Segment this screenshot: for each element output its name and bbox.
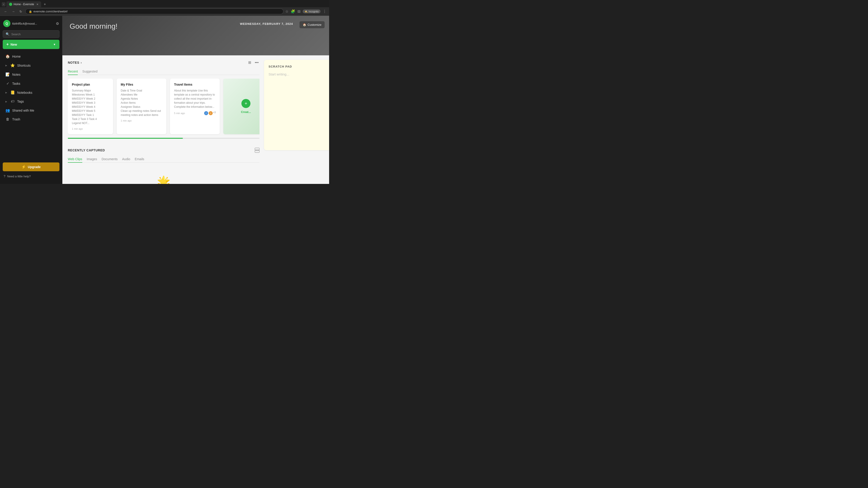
date-display: WEDNESDAY, FEBRUARY 7, 2024 xyxy=(240,22,293,26)
scratch-pad-title: SCRATCH PAD xyxy=(269,65,292,68)
sidebar-item-shared[interactable]: 👥 Shared with Me xyxy=(2,106,60,115)
tab-prev-button[interactable]: ‹ xyxy=(2,2,5,6)
incognito-badge: 🕵 Incognito xyxy=(303,9,320,13)
extensions-icon[interactable]: 🧩 xyxy=(291,9,295,13)
new-button[interactable]: + New ▼ xyxy=(3,40,59,49)
create-label: Creat... xyxy=(241,110,251,113)
bookmark-icon[interactable]: ☆ xyxy=(285,9,288,13)
sidebar-item-label: Notebooks xyxy=(17,91,32,94)
menu-icon[interactable]: ⋮ xyxy=(323,9,327,13)
back-button[interactable]: ← xyxy=(3,9,8,14)
tab-audio[interactable]: Audio xyxy=(122,156,130,163)
notes-section: NOTES › ⊞ ••• Recent Suggested xyxy=(68,60,259,139)
recently-captured-section: RECENTLY CAPTURED ••• Web Clips Images D… xyxy=(68,148,259,184)
scratch-pad-section: SCRATCH PAD ••• Start writing... xyxy=(264,60,329,180)
notebooks-icon: 📒 xyxy=(10,90,15,95)
note-time: 5 min ago xyxy=(174,112,185,115)
notes-actions: ⊞ ••• xyxy=(247,60,259,65)
tab-web-clips[interactable]: Web Clips xyxy=(68,156,82,163)
sidebar-item-home[interactable]: 🏠 Home xyxy=(2,52,60,61)
active-tab[interactable]: Home - Evernote ✕ xyxy=(6,1,41,7)
upgrade-button[interactable]: ⚡ Upgrade xyxy=(3,162,59,171)
sidebar-item-notes[interactable]: 📝 Notes xyxy=(2,70,60,79)
notes-layout-button[interactable]: ⊞ xyxy=(247,60,252,65)
tasks-icon: ✓ xyxy=(5,81,10,86)
captured-menu-button[interactable]: ••• xyxy=(255,148,259,153)
chevron-down-icon: ▼ xyxy=(53,43,56,46)
notes-tabs: Recent Suggested xyxy=(68,68,259,75)
notes-title-text: NOTES xyxy=(68,61,79,64)
tab-close-button[interactable]: ✕ xyxy=(36,3,38,6)
tab-documents[interactable]: Documents xyxy=(101,156,118,163)
navigation-bar: ← → ↻ 🔒 evernote.com/client/web#/ ☆ 🧩 ⊟ … xyxy=(0,7,329,16)
notes-scrollbar[interactable] xyxy=(68,138,259,139)
sidebar: Q 6d44f5c4@mood... ⚙ 🔍 Search + New ▼ 🏠 … xyxy=(0,16,62,184)
tab-recent[interactable]: Recent xyxy=(68,68,78,75)
sidebar-item-trash[interactable]: 🗑 Trash xyxy=(2,115,60,124)
scratch-pad-header: SCRATCH PAD ••• xyxy=(269,64,329,69)
home-icon: 🏠 xyxy=(5,54,10,59)
greeting-text: Good morning! xyxy=(70,22,118,31)
nav-right-actions: ☆ 🧩 ⊟ 🕵 Incognito ⋮ xyxy=(285,9,327,13)
notes-more-button[interactable]: ••• xyxy=(254,60,259,65)
forward-button[interactable]: → xyxy=(10,9,16,14)
help-icon: ? xyxy=(4,174,5,178)
note-card[interactable]: Travel Items About this template Use thi… xyxy=(170,78,220,134)
note-card[interactable]: My Files Date & Time GoalAttendees MeAge… xyxy=(117,78,166,134)
address-bar[interactable]: 🔒 evernote.com/client/web#/ xyxy=(25,8,283,14)
main-content: Good morning! WEDNESDAY, FEBRUARY 7, 202… xyxy=(62,16,329,184)
help-button[interactable]: ? Need a little help? xyxy=(3,173,59,180)
customize-icon: 🏠 xyxy=(303,23,306,26)
sidebar-item-label: Tags xyxy=(17,100,24,103)
upgrade-label: Upgrade xyxy=(28,165,41,169)
note-meta: 5 min ago J J +3 xyxy=(174,111,216,115)
new-button-label: New xyxy=(11,43,52,46)
sidebar-item-notebooks[interactable]: ▶ 📒 Notebooks xyxy=(2,88,60,97)
reload-button[interactable]: ↻ xyxy=(18,9,24,14)
customize-button[interactable]: 🏠 Customize xyxy=(300,21,324,28)
tab-suggested[interactable]: Suggested xyxy=(82,68,97,75)
shortcuts-icon: ⭐ xyxy=(10,63,15,68)
trash-icon: 🗑 xyxy=(5,117,10,121)
hero-banner: Good morning! WEDNESDAY, FEBRUARY 7, 202… xyxy=(62,16,329,55)
notes-arrow-icon: › xyxy=(81,61,82,64)
settings-icon[interactable]: ⚙ xyxy=(56,22,59,26)
account-name[interactable]: 6d44f5c4@mood... xyxy=(12,22,54,25)
search-label: Search xyxy=(11,33,21,36)
note-title: My Files xyxy=(121,83,162,86)
shared-icon: 👥 xyxy=(5,108,10,112)
tab-images[interactable]: Images xyxy=(87,156,97,163)
notes-cards: Project plan Summary MajorMilestones Wee… xyxy=(68,78,259,136)
note-preview: Summary MajorMilestones Week 1MM/DD/YY W… xyxy=(72,89,109,125)
upgrade-icon: ⚡ xyxy=(22,165,26,169)
note-card[interactable]: Project plan Summary MajorMilestones Wee… xyxy=(68,78,113,134)
scratch-pad-placeholder[interactable]: Start writing... xyxy=(269,72,329,76)
sidebar-item-shortcuts[interactable]: ▶ ⭐ Shortcuts xyxy=(2,61,60,70)
create-note-card[interactable]: + Creat... xyxy=(223,78,259,134)
avatar[interactable]: Q xyxy=(3,20,10,27)
tab-emails[interactable]: Emails xyxy=(135,156,144,163)
incognito-icon: 🕵 xyxy=(305,10,308,13)
sidebar-toggle-icon[interactable]: ⊟ xyxy=(298,9,301,13)
browser-chrome: ‹ Home - Evernote ✕ + ← → ↻ 🔒 evernote.c… xyxy=(0,0,329,16)
sidebar-item-tags[interactable]: ▶ 🏷 Tags xyxy=(2,97,60,106)
scratch-pad-card: SCRATCH PAD ••• Start writing... xyxy=(264,60,329,150)
notes-title[interactable]: NOTES › xyxy=(68,61,82,64)
captured-title: RECENTLY CAPTURED xyxy=(68,149,105,152)
note-meta: 1 min ago xyxy=(121,119,162,122)
sidebar-item-tasks[interactable]: ✓ Tasks xyxy=(2,79,60,88)
new-tab-button[interactable]: + xyxy=(42,2,48,7)
search-icon: 🔍 xyxy=(6,32,9,36)
incognito-label: Incognito xyxy=(309,10,319,13)
search-button[interactable]: 🔍 Search xyxy=(3,30,59,38)
avatar-jane: J xyxy=(209,111,213,115)
empty-state-icon: 🌟 xyxy=(157,175,170,184)
note-meta: 1 min ago xyxy=(72,127,109,130)
expand-icon: ▶ xyxy=(5,64,7,67)
sidebar-header: Q 6d44f5c4@mood... ⚙ xyxy=(0,18,62,30)
tab-favicon xyxy=(9,3,12,6)
help-label: Need a little help? xyxy=(7,175,31,178)
notes-scrollbar-thumb xyxy=(68,138,183,139)
app-layout: Q 6d44f5c4@mood... ⚙ 🔍 Search + New ▼ 🏠 … xyxy=(0,16,329,184)
sidebar-footer: ⚡ Upgrade ? Need a little help? xyxy=(0,160,62,182)
